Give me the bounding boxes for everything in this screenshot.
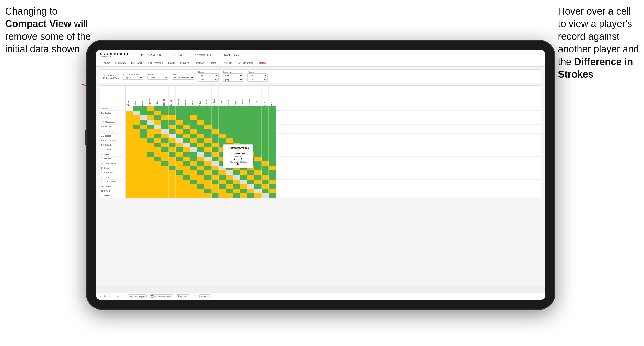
nav-tournaments[interactable]: TOURNAMENTS xyxy=(138,52,164,57)
matrix-cell[interactable] xyxy=(140,143,147,147)
matrix-cell[interactable] xyxy=(147,152,154,157)
matrix-cell[interactable] xyxy=(140,157,147,161)
matrix-cell[interactable] xyxy=(269,120,276,125)
matrix-cell[interactable] xyxy=(219,189,226,193)
matrix-cell[interactable] xyxy=(190,111,197,115)
matrix-cell[interactable] xyxy=(126,125,133,129)
table-row[interactable]: 12. M Riedel xyxy=(100,157,541,161)
table-row[interactable]: 11. M Ege xyxy=(100,152,541,157)
matrix-cell[interactable] xyxy=(154,138,161,143)
matrix-cell[interactable] xyxy=(247,106,254,111)
matrix-cell[interactable] xyxy=(204,147,212,152)
matrix-cell[interactable] xyxy=(133,134,140,138)
matrix-cell[interactable] xyxy=(219,184,226,189)
matrix-cell[interactable] xyxy=(169,147,176,152)
table-row[interactable]: 14. J Lundin xyxy=(100,166,541,170)
matrix-cell[interactable] xyxy=(147,193,154,198)
matrix-cell[interactable] xyxy=(269,125,276,129)
matrix-cell[interactable] xyxy=(183,170,190,175)
matrix-cell[interactable] xyxy=(133,180,140,184)
tab-players[interactable]: Players xyxy=(178,60,191,66)
matrix-cell[interactable] xyxy=(204,152,212,157)
matrix-cell[interactable] xyxy=(183,193,190,198)
matrix-cell[interactable] xyxy=(154,120,161,125)
matrix-cell[interactable] xyxy=(190,129,197,134)
matrix-cell[interactable] xyxy=(254,106,262,111)
tab-h2h-grid2[interactable]: H2H Grid xyxy=(219,60,235,66)
tab-matrix[interactable]: Matrix xyxy=(166,60,178,66)
matrix-cell[interactable] xyxy=(147,129,154,134)
matrix-cell[interactable] xyxy=(161,143,169,147)
matrix-cell[interactable] xyxy=(126,180,133,184)
matrix-cell[interactable] xyxy=(169,189,176,193)
matrix-cell[interactable] xyxy=(161,180,169,184)
matrix-cell[interactable] xyxy=(240,106,247,111)
matrix-cell[interactable] xyxy=(183,111,190,115)
matrix-cell[interactable] xyxy=(226,184,233,189)
table-row[interactable]: 13. J Skov Olesen xyxy=(100,161,541,166)
matrix-cell[interactable] xyxy=(183,115,190,120)
matrix-cell[interactable] xyxy=(190,157,197,161)
matrix-cell[interactable] xyxy=(262,152,269,157)
tab-teams[interactable]: Teams xyxy=(100,60,112,66)
matrix-cell[interactable] xyxy=(133,115,140,120)
matrix-cell[interactable] xyxy=(190,152,197,157)
matrix-cell[interactable] xyxy=(233,129,240,134)
matrix-cell[interactable] xyxy=(147,147,154,152)
save-custom-btn[interactable]: 💾 Save Custom View xyxy=(149,294,173,298)
matrix-cell[interactable] xyxy=(133,193,140,198)
matrix-cell[interactable] xyxy=(262,166,269,170)
matrix-cell[interactable] xyxy=(190,180,197,184)
conference-select2[interactable]: (All) xyxy=(223,78,243,82)
matrix-cell[interactable] xyxy=(140,106,147,111)
matrix-cell[interactable] xyxy=(161,157,169,161)
matrix-cell[interactable] xyxy=(204,193,212,198)
matrix-cell[interactable] xyxy=(269,111,276,115)
matrix-cell[interactable] xyxy=(140,111,147,115)
matrix-cell[interactable] xyxy=(247,129,254,134)
matrix-cell[interactable] xyxy=(161,161,169,166)
matrix-cell[interactable] xyxy=(161,115,169,120)
matrix-cell[interactable] xyxy=(126,152,133,157)
matrix-cell[interactable] xyxy=(269,161,276,166)
matrix-cell[interactable] xyxy=(169,152,176,157)
matrix-cell[interactable] xyxy=(233,106,240,111)
matrix-cell[interactable] xyxy=(176,138,183,143)
matrix-cell[interactable] xyxy=(269,189,276,193)
matrix-cell[interactable] xyxy=(176,161,183,166)
matrix-cell[interactable] xyxy=(176,184,183,189)
matrix-cell[interactable] xyxy=(212,111,219,115)
matrix-cell[interactable] xyxy=(190,120,197,125)
matrix-cell[interactable] xyxy=(140,161,147,166)
matrix-cell[interactable] xyxy=(161,125,169,129)
players-select1[interactable]: (All) xyxy=(247,73,268,77)
matrix-cell[interactable] xyxy=(176,180,183,184)
matrix-cell[interactable] xyxy=(254,193,262,198)
table-row[interactable]: 10. B Valdes xyxy=(100,147,541,152)
matrix-cell[interactable] xyxy=(240,138,247,143)
matrix-cell[interactable] xyxy=(254,152,262,157)
matrix-cell[interactable] xyxy=(240,134,247,138)
matrix-cell[interactable] xyxy=(269,138,276,143)
matrix-cell[interactable] xyxy=(233,193,240,198)
matrix-cell[interactable] xyxy=(140,134,147,138)
matrix-cell[interactable] xyxy=(219,115,226,120)
matrix-cell[interactable] xyxy=(240,129,247,134)
tab-detail[interactable]: Detail xyxy=(207,60,219,66)
matrix-cell[interactable] xyxy=(197,180,204,184)
matrix-cell[interactable] xyxy=(154,115,161,120)
matrix-cell[interactable] xyxy=(226,180,233,184)
matrix-cell[interactable] xyxy=(161,129,169,134)
nav-rankings[interactable]: RANKINGS xyxy=(222,52,241,57)
matrix-cell[interactable] xyxy=(154,193,161,198)
matrix-cell[interactable] xyxy=(212,170,219,175)
matrix-cell[interactable] xyxy=(147,138,154,143)
matrix-cell[interactable] xyxy=(233,125,240,129)
matrix-cell[interactable] xyxy=(219,120,226,125)
matrix-cell[interactable] xyxy=(212,184,219,189)
matrix-cell[interactable] xyxy=(262,175,269,180)
matrix-cell[interactable] xyxy=(161,111,169,115)
matrix-cell[interactable] xyxy=(126,120,133,125)
matrix-cell[interactable] xyxy=(247,170,254,175)
matrix-cell[interactable] xyxy=(154,143,161,147)
